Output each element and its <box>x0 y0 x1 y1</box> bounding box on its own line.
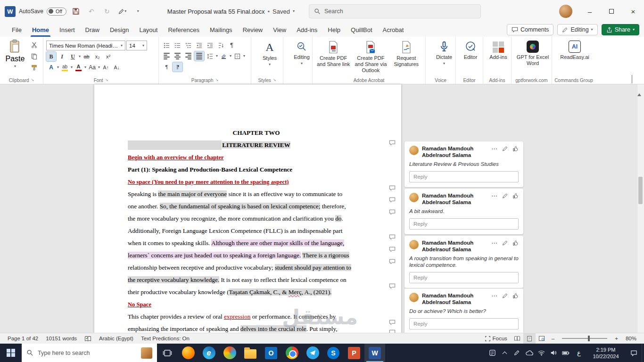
tab-view[interactable]: View <box>268 23 291 37</box>
tab-file[interactable]: File <box>7 23 27 37</box>
language-status[interactable]: Arabic (Egypt) <box>95 333 137 344</box>
share-button[interactable]: Share ▾ <box>602 24 639 35</box>
comment-anchor-icon[interactable] <box>388 234 396 241</box>
user-avatar[interactable] <box>559 5 572 18</box>
read-mode-button[interactable] <box>511 333 523 344</box>
paste-button[interactable]: Paste ▾ <box>3 39 27 72</box>
justify-button[interactable] <box>194 51 204 61</box>
tab-addins[interactable]: Add-ins <box>291 23 322 37</box>
tab-mailings[interactable]: Mailings <box>205 23 238 37</box>
comment-anchor-icon[interactable] <box>388 283 396 290</box>
comment-card[interactable]: Ramadan Mamdouh Abdelraouf Salama ⋯ Lite… <box>405 141 523 187</box>
comment-card[interactable]: Ramadan Mamdouh Abdelraouf Salama ⋯ Do o… <box>405 288 523 334</box>
undo-button[interactable]: ↶ <box>85 5 98 17</box>
comment-more-button[interactable]: ⋯ <box>491 192 498 199</box>
doc-heading-title[interactable]: LITERATURE REVIEW <box>128 139 385 151</box>
draw-tool-button[interactable]: ▾ <box>116 5 129 17</box>
font-dialog-launcher[interactable]: ↘ <box>105 78 108 83</box>
edge-icon[interactable]: e <box>198 344 219 362</box>
comment-more-button[interactable]: ⋯ <box>491 145 498 152</box>
superscript-button[interactable]: x² <box>103 52 113 61</box>
comment-card[interactable]: Ramadan Mamdouh Abdelraouf Salama ⋯ A bi… <box>405 189 523 234</box>
zoom-in-button[interactable]: + <box>611 333 622 344</box>
document-page[interactable]: CHAPTER TWO LITERATURE REVIEW Begin with… <box>94 84 401 333</box>
word-count[interactable]: 10151 words <box>42 333 81 344</box>
clipboard-dialog-launcher[interactable]: ↘ <box>31 78 34 83</box>
zoom-slider[interactable] <box>562 338 607 339</box>
numbering-button[interactable] <box>173 41 182 50</box>
font-name-combo[interactable]: Times New Roman (Headings) ▾ <box>46 41 125 50</box>
comment-card[interactable]: Ramadan Mamdouh Abdelraouf Salama ⋯ A ro… <box>405 236 523 288</box>
tray-expand-button[interactable] <box>498 344 511 362</box>
doc-text-line[interactable]: when it comes to speaking skills. Althou… <box>128 237 385 249</box>
tab-quillbot[interactable]: QuillBot <box>346 23 378 37</box>
doc-text-line[interactable]: learners` concerns are just headed out t… <box>128 249 385 262</box>
task-view-button[interactable] <box>157 344 178 362</box>
show-desktop-button[interactable] <box>642 344 644 362</box>
underline-button[interactable]: U <box>68 52 78 61</box>
dictate-button[interactable]: Dictate ▾ <box>429 39 460 67</box>
focus-button[interactable]: Focus <box>481 333 511 344</box>
increase-indent-button[interactable] <box>205 41 215 50</box>
comment-anchor-icon[interactable] <box>388 209 396 216</box>
maximize-button[interactable] <box>601 0 622 23</box>
reply-input[interactable] <box>409 171 519 182</box>
save-button[interactable] <box>70 5 82 17</box>
collapse-ribbon-button[interactable] <box>632 75 639 81</box>
multilevel-list-button[interactable] <box>183 41 193 50</box>
zoom-slider-thumb[interactable] <box>588 336 590 341</box>
firefox-icon[interactable] <box>178 344 198 362</box>
zoom-out-button[interactable]: – <box>548 333 558 344</box>
doc-text-line[interactable]: their productive vocabulary knowledge (T… <box>128 286 385 298</box>
tab-review[interactable]: Review <box>238 23 268 37</box>
paragraph-dialog-launcher[interactable]: ↘ <box>215 78 219 83</box>
doc-heading-chapter[interactable]: CHAPTER TWO <box>128 127 385 139</box>
language-indicator[interactable]: ع <box>572 349 586 356</box>
comment-like-button[interactable] <box>512 146 519 152</box>
file-explorer-icon[interactable] <box>240 344 261 362</box>
start-button[interactable] <box>0 344 22 362</box>
tab-help[interactable]: Help <box>322 23 346 37</box>
readeasy-button[interactable]: AI ReadEasy.ai <box>555 39 594 62</box>
print-layout-button[interactable] <box>523 333 536 344</box>
telegram-icon[interactable] <box>302 344 323 362</box>
change-case-button[interactable]: Aa <box>87 63 97 72</box>
comment-anchor-icon[interactable] <box>388 185 396 192</box>
comment-more-button[interactable]: ⋯ <box>491 239 498 247</box>
request-signatures-button[interactable]: Request Signatures <box>390 39 423 75</box>
web-layout-button[interactable] <box>536 333 548 344</box>
comment-edit-button[interactable] <box>502 240 508 246</box>
comment-anchor-icon[interactable] <box>388 140 396 147</box>
tab-acrobat[interactable]: Acrobat <box>378 23 409 37</box>
text-predictions-status[interactable]: Text Predictions: On <box>137 333 193 344</box>
comment-anchor-icon[interactable] <box>388 197 396 204</box>
document-title[interactable]: Master Proposal wafa 55 Final.docx • Sav… <box>167 8 295 15</box>
battery-icon[interactable] <box>560 344 572 362</box>
powerpoint-icon[interactable]: P <box>344 344 364 362</box>
skype-icon[interactable]: S <box>323 344 344 362</box>
cut-button[interactable] <box>29 40 39 49</box>
comment-anchor-icon[interactable] <box>388 246 396 253</box>
shading-button[interactable] <box>219 51 229 61</box>
redo-button[interactable]: ↻ <box>101 5 113 17</box>
doc-text-line[interactable]: the more vocabulary you recognize, the m… <box>128 213 385 225</box>
reply-input[interactable] <box>409 318 519 329</box>
copy-button[interactable] <box>29 51 39 61</box>
reply-input[interactable] <box>409 218 519 230</box>
scroll-up-button[interactable] <box>637 85 644 92</box>
zoom-level[interactable]: 80% <box>622 333 640 344</box>
tab-references[interactable]: References <box>163 23 204 37</box>
shrink-font-button[interactable]: A↓ <box>112 63 122 72</box>
strikethrough-button[interactable]: ab <box>82 52 91 61</box>
action-center-button[interactable] <box>626 344 642 362</box>
highlight-button[interactable]: ab <box>60 63 70 72</box>
comment-like-button[interactable] <box>512 293 519 299</box>
doc-reviewer-note[interactable]: Begin with an overview of the chapter <box>128 151 385 164</box>
tab-design[interactable]: Design <box>105 23 134 37</box>
close-button[interactable]: × <box>622 0 644 23</box>
bullets-button[interactable] <box>162 41 172 50</box>
bold-button[interactable]: B <box>46 52 56 61</box>
grow-font-button[interactable]: A↑ <box>101 63 111 72</box>
editing-mode-button[interactable]: Editing ▾ <box>557 24 597 35</box>
tray-app-icon[interactable] <box>486 344 498 362</box>
